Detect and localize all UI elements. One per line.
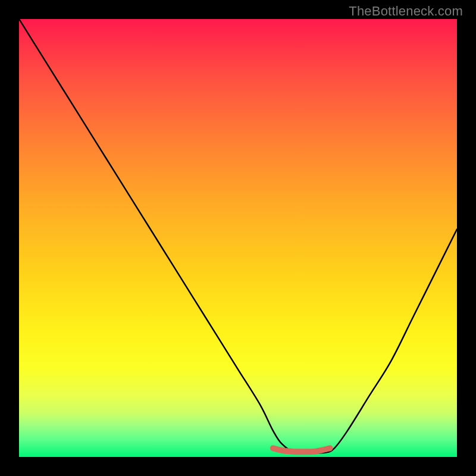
valley-marker (273, 448, 330, 452)
chart-svg (19, 19, 457, 457)
chart-frame: TheBottleneck.com (0, 0, 476, 476)
plot-area (19, 19, 457, 457)
watermark-text: TheBottleneck.com (349, 4, 463, 19)
bottleneck-curve (19, 19, 457, 453)
